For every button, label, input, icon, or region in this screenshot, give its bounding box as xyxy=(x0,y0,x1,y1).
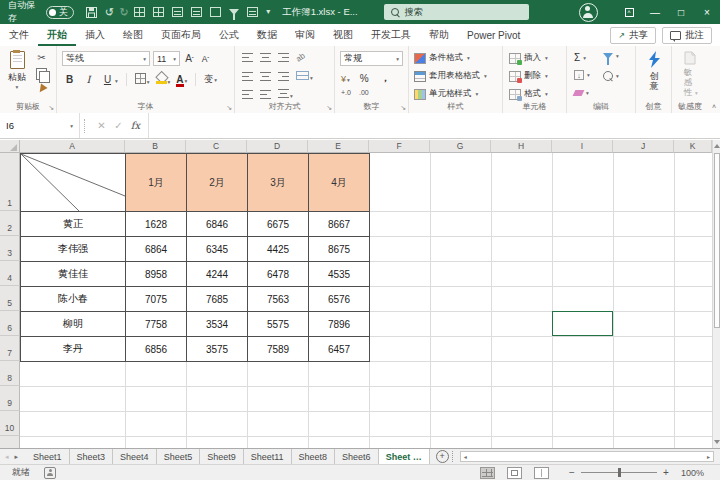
sheet-tab-sheet6[interactable]: Sheet6 xyxy=(335,449,379,464)
orientation-icon[interactable]: ab xyxy=(294,51,306,63)
sensitivity-button[interactable]: 敏感性▾ xyxy=(672,51,708,97)
cell-C1[interactable]: 2月 xyxy=(187,154,248,212)
column-header-J[interactable]: J xyxy=(613,140,674,153)
cell-D5[interactable]: 7563 xyxy=(248,287,309,312)
cell-A7[interactable]: 李丹 xyxy=(21,337,126,362)
share-button[interactable]: ↗共享 xyxy=(610,27,656,44)
format-painter-icon[interactable] xyxy=(36,83,47,94)
row-header-8[interactable]: 8 xyxy=(0,361,20,386)
row-header-6[interactable]: 6 xyxy=(0,311,20,336)
bold-button[interactable]: B xyxy=(63,72,76,86)
scroll-up-icon[interactable] xyxy=(714,144,720,148)
tab-insert[interactable]: 插入 xyxy=(76,24,114,46)
sheet-prev-icon[interactable]: ◂ xyxy=(5,453,9,461)
paste-button[interactable]: 粘贴 ▾ xyxy=(4,51,30,90)
tab-file[interactable]: 文件 xyxy=(0,24,38,46)
align-middle-icon[interactable] xyxy=(260,53,271,62)
scroll-left-icon[interactable]: ◂ xyxy=(464,453,467,460)
cell-C7[interactable]: 3575 xyxy=(187,337,248,362)
underline-button[interactable]: U▾ xyxy=(101,72,118,86)
wrap-text-button[interactable]: ▾ xyxy=(278,89,293,100)
phonetic-button[interactable]: 变▾ xyxy=(204,73,217,86)
row-header-10[interactable]: 10 xyxy=(0,411,20,436)
conditional-formatting-button[interactable]: 条件格式▾ xyxy=(414,52,470,64)
cell-D1[interactable]: 3月 xyxy=(248,154,309,212)
column-header-G[interactable]: G xyxy=(430,140,491,153)
italic-button[interactable]: I xyxy=(82,72,95,86)
tab-view[interactable]: 视图 xyxy=(324,24,362,46)
touch-mode-icon[interactable] xyxy=(134,7,145,17)
cell-E2[interactable]: 8667 xyxy=(309,212,370,237)
cell-B4[interactable]: 8958 xyxy=(126,262,187,287)
font-name-combo[interactable]: 等线▾ xyxy=(62,51,150,66)
cell-E1[interactable]: 4月 xyxy=(309,154,370,212)
align-top-icon[interactable] xyxy=(242,53,253,62)
row-header-5[interactable]: 5 xyxy=(0,286,20,311)
tab-home[interactable]: 开始 xyxy=(38,24,76,46)
align-bottom-icon[interactable] xyxy=(278,53,289,62)
cell-A2[interactable]: 黄正 xyxy=(21,212,126,237)
tab-formulas[interactable]: 公式 xyxy=(210,24,248,46)
horizontal-scrollbar[interactable]: ◂ ▸ xyxy=(460,451,714,462)
decrease-indent-icon[interactable] xyxy=(242,90,253,99)
copy-icon[interactable] xyxy=(36,68,47,80)
sort-icon[interactable] xyxy=(247,7,258,17)
cell-E4[interactable]: 4535 xyxy=(309,262,370,287)
autosum-button[interactable]: Σ▾ xyxy=(574,52,586,63)
scroll-right-icon[interactable]: ▸ xyxy=(707,453,710,460)
column-header-E[interactable]: E xyxy=(308,140,369,153)
maximize-button[interactable]: □ xyxy=(668,0,694,24)
tab-developer[interactable]: 开发工具 xyxy=(362,24,420,46)
tab-power-pivot[interactable]: Power Pivot xyxy=(458,24,529,46)
row-header-9[interactable]: 9 xyxy=(0,386,20,411)
cell-E6[interactable]: 7896 xyxy=(309,312,370,337)
normal-view-icon[interactable] xyxy=(480,467,495,479)
tab-review[interactable]: 审阅 xyxy=(286,24,324,46)
cell-D4[interactable]: 6478 xyxy=(248,262,309,287)
cell-B2[interactable]: 1628 xyxy=(126,212,187,237)
scroll-down-icon[interactable] xyxy=(714,440,720,444)
redo-button[interactable]: ↻▾ xyxy=(119,7,126,18)
align-left-icon[interactable] xyxy=(242,72,253,81)
cell-C2[interactable]: 6846 xyxy=(187,212,248,237)
cell-B1[interactable]: 1月 xyxy=(126,154,187,212)
zoom-out-icon[interactable]: − xyxy=(567,467,577,478)
vertical-scrollbar[interactable] xyxy=(712,140,720,448)
increase-indent-icon[interactable] xyxy=(260,90,271,99)
sheet-tab-sheet8[interactable]: Sheet8 xyxy=(292,449,336,464)
sort-filter-button[interactable]: ▾ xyxy=(603,53,619,59)
zoom-slider[interactable] xyxy=(581,472,657,473)
select-all-corner[interactable] xyxy=(0,140,20,153)
accessibility-checker-icon[interactable] xyxy=(44,467,56,479)
column-header-I[interactable]: I xyxy=(552,140,613,153)
row-header-11[interactable]: 11 xyxy=(0,436,20,448)
decrease-font-icon[interactable]: Aˇ xyxy=(199,52,212,66)
cell-D7[interactable]: 7589 xyxy=(248,337,309,362)
cell-D3[interactable]: 4425 xyxy=(248,237,309,262)
insert-function-icon[interactable]: fx xyxy=(127,120,144,131)
number-format-combo[interactable]: 常规▾ xyxy=(340,51,403,66)
filter-icon[interactable] xyxy=(229,9,239,15)
cell-C4[interactable]: 4244 xyxy=(187,262,248,287)
search-box[interactable]: 搜索 xyxy=(384,4,529,20)
cell-A3[interactable]: 李伟强 xyxy=(21,237,126,262)
zoom-level[interactable]: 100% xyxy=(681,468,704,478)
increase-font-icon[interactable]: Aˆ xyxy=(183,52,196,66)
sheet-tab-sheet9[interactable]: Sheet9 xyxy=(200,449,244,464)
find-select-button[interactable]: ▾ xyxy=(603,71,619,81)
sheet-tab-active[interactable]: Sheet … xyxy=(379,449,430,464)
merge-center-button[interactable]: ▾ xyxy=(296,71,313,82)
save-icon[interactable] xyxy=(86,7,97,18)
increase-decimal-button[interactable]: +.0 xyxy=(341,89,351,96)
close-button[interactable]: × xyxy=(694,0,720,24)
vertical-scrollbar-thumb[interactable] xyxy=(714,153,720,328)
collapse-ribbon-icon[interactable]: ˄ xyxy=(712,103,716,110)
comments-button[interactable]: 批注 xyxy=(662,27,712,44)
cut-icon[interactable]: ✂ xyxy=(37,52,45,63)
column-header-C[interactable]: C xyxy=(186,140,247,153)
sheet-tab-sheet5[interactable]: Sheet5 xyxy=(157,449,201,464)
clipboard-dialog-launcher-icon[interactable]: ↘ xyxy=(48,104,54,111)
sheet-next-icon[interactable]: ▸ xyxy=(15,453,19,461)
sheet-tab-sheet1[interactable]: Sheet1 xyxy=(26,449,70,464)
cell-styles-button[interactable]: 单元格样式▾ xyxy=(414,88,478,100)
